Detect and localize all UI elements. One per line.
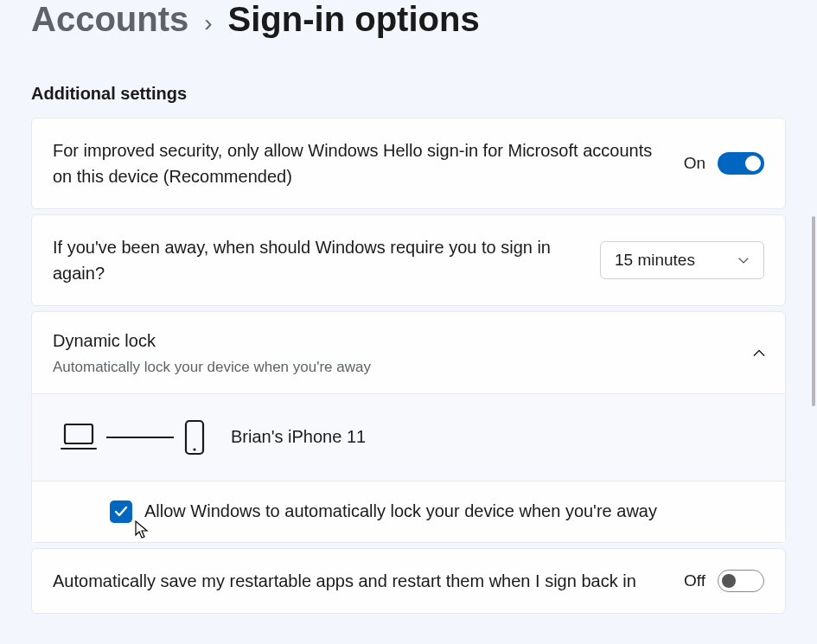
paired-device-name: Brian's iPhone 11 (231, 427, 366, 447)
dynamic-lock-subtitle: Automatically lock your device when you'… (53, 357, 752, 378)
cursor-icon (134, 520, 151, 544)
dynamic-lock-checkbox[interactable] (110, 501, 132, 523)
breadcrumb-parent[interactable]: Accounts (31, 0, 188, 39)
autosave-apps-card: Automatically save my restartable apps a… (31, 548, 786, 614)
autosave-apps-toggle[interactable] (718, 570, 764, 592)
autosave-apps-label: Automatically save my restartable apps a… (53, 568, 663, 594)
breadcrumb: Accounts › Sign-in options (31, 0, 786, 39)
connection-line-icon (106, 437, 174, 438)
svg-point-3 (193, 448, 195, 450)
windows-hello-card: For improved security, only allow Window… (31, 118, 786, 209)
dynamic-lock-body: Brian's iPhone 11 Allow Windows to autom… (32, 393, 785, 542)
dynamic-lock-card: Dynamic lock Automatically lock your dev… (31, 311, 786, 543)
breadcrumb-current: Sign-in options (228, 0, 480, 39)
chevron-right-icon: › (204, 10, 212, 37)
chevron-up-icon (752, 347, 764, 359)
paired-device-row: Brian's iPhone 11 (32, 394, 785, 481)
require-signin-dropdown[interactable]: 15 minutes (600, 241, 764, 279)
chevron-down-icon (737, 254, 750, 266)
scrollbar[interactable] (812, 216, 815, 406)
svg-rect-0 (65, 424, 93, 443)
laptop-icon (60, 421, 98, 454)
require-signin-dropdown-value: 15 minutes (615, 251, 695, 270)
dynamic-lock-checkbox-row: Allow Windows to automatically lock your… (32, 481, 785, 542)
section-title: Additional settings (31, 84, 786, 104)
dynamic-lock-header[interactable]: Dynamic lock Automatically lock your dev… (32, 312, 785, 393)
dynamic-lock-title: Dynamic lock (53, 328, 752, 354)
dynamic-lock-checkbox-label: Allow Windows to automatically lock your… (144, 501, 657, 521)
phone-icon (182, 418, 207, 456)
windows-hello-toggle[interactable] (718, 152, 764, 175)
require-signin-card: If you've been away, when should Windows… (31, 214, 786, 306)
autosave-apps-toggle-state: Off (684, 571, 705, 590)
require-signin-label: If you've been away, when should Windows… (53, 234, 579, 286)
windows-hello-label: For improved security, only allow Window… (53, 137, 663, 189)
windows-hello-toggle-state: On (684, 154, 705, 173)
